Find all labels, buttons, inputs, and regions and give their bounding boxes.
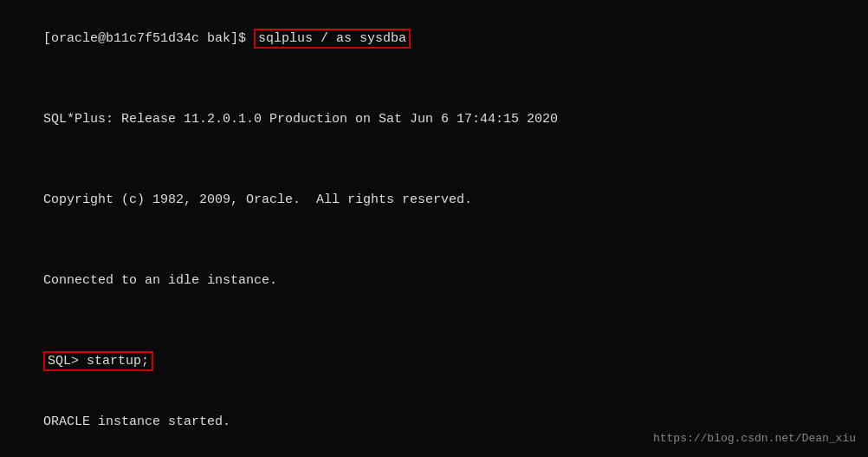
copyright-text: Copyright (c) 1982, 2009, Oracle. All ri… bbox=[43, 193, 472, 207]
sqlplus-version-text: SQL*Plus: Release 11.2.0.1.0 Production … bbox=[43, 112, 558, 127]
sql-startup-line: SQL> startup; bbox=[12, 331, 856, 392]
prompt-line: [oracle@b11c7f51d34c bak]$ sqlplus / as … bbox=[12, 9, 856, 69]
sql-prompt: SQL> bbox=[48, 354, 87, 369]
oracle-started-text: ORACLE instance started. bbox=[43, 415, 230, 429]
startup-command: startup; bbox=[87, 354, 149, 369]
sqlplus-command-highlight: sqlplus / as sysdba bbox=[254, 29, 411, 49]
connected-text: Connected to an idle instance. bbox=[43, 273, 277, 288]
sql-startup-highlight: SQL> startup; bbox=[43, 351, 153, 371]
connected-line: Connected to an idle instance. bbox=[12, 251, 856, 311]
watermark: https://blog.csdn.net/Dean_xiu bbox=[653, 432, 856, 445]
sqlplus-version-line: SQL*Plus: Release 11.2.0.1.0 Production … bbox=[12, 89, 856, 150]
copyright-line: Copyright (c) 1982, 2009, Oracle. All ri… bbox=[12, 170, 856, 231]
prompt-text: [oracle@b11c7f51d34c bak]$ bbox=[43, 31, 254, 46]
terminal-window: [oracle@b11c7f51d34c bak]$ sqlplus / as … bbox=[0, 0, 868, 457]
